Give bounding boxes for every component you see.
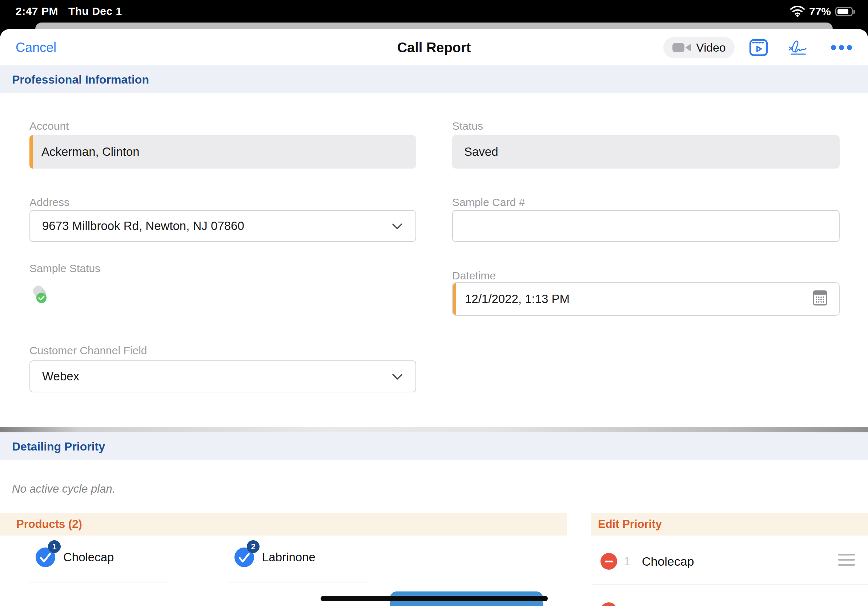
remove-product-button[interactable] <box>600 553 617 570</box>
calendar-icon[interactable] <box>813 289 827 308</box>
divider <box>591 584 868 585</box>
datetime-label: Datetime <box>452 270 496 282</box>
edit-priority-row: 1 Cholecap <box>600 553 694 570</box>
product-name: Labrinone <box>262 550 316 564</box>
products-header-label: Products (2) <box>16 518 82 531</box>
sync-success-badge <box>36 293 46 303</box>
clm-presentation-icon[interactable] <box>749 38 769 57</box>
section-title: Professional Information <box>12 73 149 86</box>
datetime-field[interactable]: 12/1/2022, 1:13 PM <box>452 282 840 316</box>
customer-channel-value: Webex <box>42 369 79 383</box>
battery-percent: 77% <box>809 5 831 18</box>
product-item: 1 Cholecap <box>36 547 114 567</box>
datetime-value: 12/1/2022, 1:13 PM <box>465 292 570 306</box>
ellipsis-icon[interactable] <box>832 38 851 57</box>
required-indicator <box>453 283 456 315</box>
sample-card-input[interactable] <box>452 210 840 242</box>
chevron-down-icon <box>392 369 403 383</box>
battery-icon <box>835 7 855 16</box>
products-header: Products (2) <box>0 513 567 535</box>
edit-priority-row: 2 Labrinone <box>600 602 697 606</box>
section-divider-shadow <box>0 427 868 432</box>
sample-status-label: Sample Status <box>29 262 100 275</box>
section-detailing-priority: Detailing Priority <box>0 432 868 460</box>
wifi-icon <box>790 5 805 18</box>
customer-channel-select[interactable]: Webex <box>29 360 416 393</box>
video-button-label: Video <box>696 41 725 54</box>
required-indicator <box>29 135 33 169</box>
account-field: Ackerman, Clinton <box>29 135 416 169</box>
section-professional-information: Professional Information <box>0 65 868 93</box>
chevron-down-icon <box>392 219 403 233</box>
status-label: Status <box>452 120 483 132</box>
remove-product-button[interactable] <box>600 602 617 606</box>
address-label: Address <box>29 196 70 209</box>
customer-channel-label: Customer Channel Field <box>29 345 147 357</box>
priority-product-name: Labrinone <box>642 604 697 606</box>
edit-priority-header-label: Edit Priority <box>598 518 662 531</box>
sample-pill-icon <box>28 283 54 307</box>
video-button[interactable]: Video <box>663 37 735 58</box>
drag-handle-icon[interactable] <box>838 554 855 569</box>
video-camera-icon <box>672 42 691 53</box>
status-time: 2:47 PM <box>16 5 58 17</box>
page-title: Call Report <box>0 40 868 56</box>
status-field: Saved <box>452 135 840 169</box>
call-report-sheet: Cancel Call Report Video <box>0 29 868 606</box>
priority-badge: 2 <box>247 540 259 553</box>
account-value: Ackerman, Clinton <box>42 145 140 159</box>
priority-product-name: Cholecap <box>642 554 694 569</box>
address-select[interactable]: 9673 Millbrook Rd, Newton, NJ 07860 <box>29 210 416 242</box>
status-bar: 2:47 PMThu Dec 1 77% <box>0 0 868 23</box>
minus-icon <box>605 561 613 563</box>
divider <box>29 582 169 582</box>
section-title: Detailing Priority <box>12 440 105 453</box>
priority-order: 1 <box>624 555 630 568</box>
status-date: Thu Dec 1 <box>68 5 122 17</box>
screen: 2:47 PMThu Dec 1 77% Cancel Call Report <box>0 0 868 606</box>
status-value: Saved <box>464 145 498 159</box>
product-checkbox[interactable]: 1 <box>36 547 55 567</box>
signature-icon[interactable] <box>788 38 808 57</box>
priority-order: 2 <box>624 604 630 606</box>
priority-badge: 1 <box>48 540 61 553</box>
product-item: 2 Labrinone <box>234 547 316 567</box>
product-checkbox[interactable]: 2 <box>234 547 254 567</box>
sample-card-label: Sample Card # <box>452 196 525 209</box>
divider <box>228 582 367 582</box>
edit-priority-header: Edit Priority <box>591 513 868 535</box>
no-cycle-plan-message: No active cycle plan. <box>12 482 115 496</box>
home-indicator[interactable] <box>321 596 548 601</box>
address-value: 9673 Millbrook Rd, Newton, NJ 07860 <box>42 219 244 233</box>
account-label: Account <box>29 120 69 132</box>
product-name: Cholecap <box>63 550 114 564</box>
